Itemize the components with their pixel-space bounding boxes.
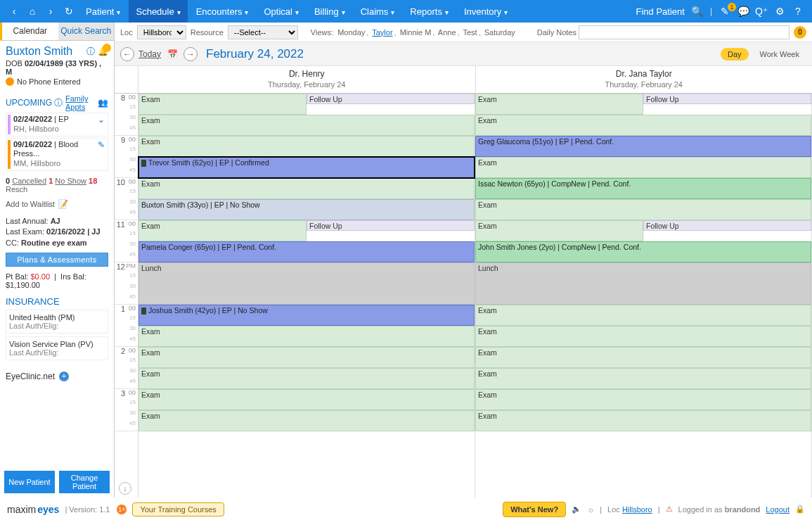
calendar-grid[interactable]: 8001530459001530451000153045110015304512… bbox=[115, 94, 812, 497]
slot-exam[interactable]: Exam bbox=[475, 326, 811, 347]
view-workweek-toggle[interactable]: Work Week bbox=[753, 48, 806, 61]
plans-assessments-button[interactable]: Plans & Assessments bbox=[6, 253, 108, 267]
tab-calendar[interactable]: Calendar bbox=[0, 23, 58, 40]
view-link[interactable]: Anne bbox=[438, 28, 456, 37]
appointment[interactable]: Buxton Smith (33yo) | EP | No Show bbox=[138, 199, 475, 220]
day-column[interactable]: ExamFollow UpExamExamExamExamExamExamFol… bbox=[138, 94, 475, 497]
slot-exam[interactable]: Exam bbox=[475, 305, 811, 326]
slot-exam[interactable]: Exam bbox=[138, 220, 307, 241]
slot-exam[interactable]: Exam bbox=[138, 347, 475, 368]
logout-link[interactable]: Logout bbox=[766, 505, 790, 514]
alert-icon[interactable]: ⚠ bbox=[666, 505, 673, 514]
add-waitlist-link[interactable]: Add to Waitlist 📝 bbox=[6, 199, 108, 209]
insurance-item[interactable]: United Health (PM) Last Auth/Elig: bbox=[6, 310, 108, 334]
prev-arrow-icon[interactable]: ← bbox=[120, 47, 134, 61]
appointment[interactable]: Trevor Smith (62yo) | EP | Confirmed bbox=[138, 157, 475, 178]
nav-reports[interactable]: Reports bbox=[403, 0, 456, 23]
home-icon[interactable]: ⌂ bbox=[24, 6, 41, 17]
family-appts-link[interactable]: Family Appts 👥 bbox=[65, 94, 108, 111]
view-link[interactable]: Monday bbox=[337, 28, 365, 37]
slot-followup[interactable]: Follow Up bbox=[307, 94, 475, 104]
footer-loc-link[interactable]: Hillsboro bbox=[622, 505, 652, 514]
resource-select[interactable]: --Select-- bbox=[228, 25, 298, 39]
view-link[interactable]: Test bbox=[463, 28, 477, 37]
scroll-down-icon[interactable]: ↓ bbox=[119, 482, 131, 495]
day-column[interactable]: ExamFollow UpExamExamExamExamExamExamFol… bbox=[475, 94, 812, 497]
slot-exam[interactable]: Exam bbox=[138, 94, 307, 115]
zoom-icon[interactable]: Q⁺ bbox=[753, 6, 770, 17]
help-icon[interactable]: ? bbox=[790, 6, 806, 17]
slot-followup[interactable]: Follow Up bbox=[307, 220, 475, 231]
new-patient-button[interactable]: New Patient bbox=[4, 471, 55, 493]
history-icon[interactable]: ↻ bbox=[60, 6, 77, 17]
appointment[interactable]: Greg Glaucoma (51yo) | EP | Pend. Conf. bbox=[475, 136, 811, 157]
loc-select[interactable]: Hillsboro bbox=[137, 25, 186, 39]
today-link[interactable]: Today bbox=[138, 49, 161, 59]
appointment[interactable]: Joshua Smith (42yo) | EP | No Show bbox=[138, 305, 475, 326]
slot-exam[interactable]: Exam bbox=[475, 157, 811, 178]
view-link[interactable]: Minnie M bbox=[400, 28, 432, 37]
slot-lunch[interactable]: Lunch bbox=[475, 262, 811, 305]
whats-new-button[interactable]: What's New? bbox=[503, 502, 566, 517]
notes-count-badge[interactable]: 0 bbox=[794, 26, 806, 39]
slot-lunch[interactable]: Lunch bbox=[138, 262, 475, 305]
slot-exam[interactable]: Exam bbox=[138, 410, 475, 431]
find-patient-link[interactable]: Find Patient bbox=[636, 6, 685, 17]
search-icon[interactable]: 🔍 bbox=[689, 6, 706, 17]
slot-exam[interactable]: Exam bbox=[138, 136, 475, 157]
chat-icon[interactable]: 💬 bbox=[735, 6, 752, 17]
lock-icon[interactable]: 🔒 bbox=[795, 505, 805, 514]
upcoming-appt-item[interactable]: 02/24/2022 | EP RH, Hillsboro ⌄ bbox=[6, 113, 108, 137]
nav-patient[interactable]: Patient bbox=[79, 0, 127, 23]
slot-exam[interactable]: Exam bbox=[138, 368, 475, 389]
slot-followup[interactable]: Follow Up bbox=[643, 220, 811, 231]
slot-exam[interactable]: Exam bbox=[475, 368, 811, 389]
upcoming-appt-item[interactable]: 09/16/2022 | Blood Press... MM, Hillsbor… bbox=[6, 138, 108, 171]
next-arrow-icon[interactable]: → bbox=[183, 47, 198, 61]
slot-exam[interactable]: Exam bbox=[475, 94, 643, 115]
light-icon[interactable]: ☼ bbox=[587, 505, 594, 514]
gear-icon[interactable]: ⚙ bbox=[771, 6, 788, 17]
appointment[interactable]: John Smith Jones (2yo) | CompNew | Pend.… bbox=[475, 241, 811, 262]
appointment[interactable]: Pamela Conger (65yo) | EP | Pend. Conf. bbox=[138, 241, 475, 262]
view-day-toggle[interactable]: Day bbox=[721, 48, 749, 61]
info-icon[interactable]: ⓘ bbox=[86, 46, 95, 58]
insurance-item[interactable]: Vision Service Plan (PV) Last Auth/Elig: bbox=[6, 336, 108, 360]
calendar-picker-icon[interactable]: 📅 bbox=[165, 47, 179, 61]
nav-claims[interactable]: Claims bbox=[354, 0, 402, 23]
slot-exam[interactable]: Exam bbox=[475, 115, 811, 136]
nav-billing[interactable]: Billing bbox=[307, 0, 352, 23]
daily-notes-input[interactable] bbox=[579, 25, 790, 39]
slot-exam[interactable]: Exam bbox=[138, 326, 475, 347]
sound-icon[interactable]: 🔈 bbox=[572, 505, 581, 514]
eyeclinic-link[interactable]: EyeClinic.net + bbox=[6, 372, 108, 381]
appointment[interactable]: Issac Newton (65yo) | CompNew | Pend. Co… bbox=[475, 178, 811, 199]
nav-encounters[interactable]: Encounters bbox=[189, 0, 256, 23]
nav-inventory[interactable]: Inventory bbox=[457, 0, 515, 23]
nav-back-icon[interactable]: ‹ bbox=[6, 6, 22, 17]
nav-forward-icon[interactable]: › bbox=[42, 6, 59, 17]
training-courses-button[interactable]: Your Training Courses bbox=[132, 502, 224, 516]
slot-exam[interactable]: Exam bbox=[475, 220, 643, 241]
slot-exam[interactable]: Exam bbox=[138, 389, 475, 410]
patient-name[interactable]: Buxton Smith ⓘ 🔔 bbox=[6, 45, 108, 58]
compose-icon[interactable]: ✎ bbox=[716, 6, 733, 17]
slot-exam[interactable]: Exam bbox=[475, 389, 811, 410]
noshow-link[interactable]: No Show bbox=[55, 177, 86, 185]
slot-exam[interactable]: Exam bbox=[475, 347, 811, 368]
change-patient-button[interactable]: Change Patient bbox=[59, 471, 110, 493]
slot-exam[interactable]: Exam bbox=[475, 410, 811, 431]
slot-exam[interactable]: Exam bbox=[475, 199, 811, 220]
tab-quick-search[interactable]: Quick Search bbox=[58, 23, 115, 40]
slot-exam[interactable]: Exam bbox=[138, 115, 475, 136]
nav-schedule[interactable]: Schedule bbox=[129, 0, 187, 23]
view-link[interactable]: Saturday bbox=[484, 28, 515, 37]
view-link[interactable]: Taylor bbox=[372, 28, 392, 37]
expand-icon[interactable]: ⌄ bbox=[98, 115, 106, 125]
slot-followup[interactable]: Follow Up bbox=[643, 94, 811, 104]
info-icon[interactable]: ⓘ bbox=[54, 97, 63, 109]
bell-icon[interactable]: 🔔 bbox=[98, 46, 108, 56]
cancelled-link[interactable]: Cancelled bbox=[12, 177, 46, 185]
edit-icon[interactable]: ✎ bbox=[98, 140, 106, 150]
slot-exam[interactable]: Exam bbox=[138, 178, 475, 199]
